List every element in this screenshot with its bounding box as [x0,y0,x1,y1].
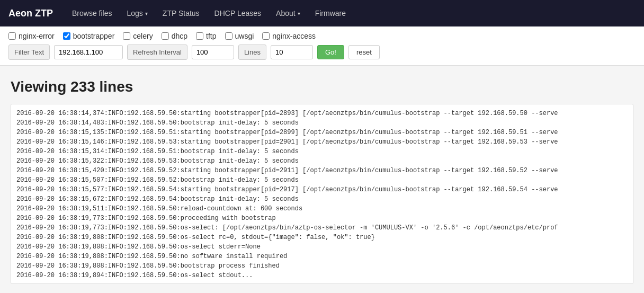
navbar: Aeon ZTP Browse files Logs ▾ ZTP Status … [0,0,644,26]
log-line: 2016-09-20 16:38:15,322:INFO:192.168.59.… [16,156,628,166]
navbar-brand: Aeon ZTP [8,8,53,19]
refresh-interval-input[interactable] [192,45,234,59]
checkbox-bootstrapper[interactable]: bootstrapper [63,32,115,40]
nav-dhcp-leases[interactable]: DHCP Leases [208,5,267,22]
log-line: 2016-09-20 16:38:19,808:INFO:192.168.59.… [16,242,628,252]
log-line: 2016-09-20 16:38:19,894:INFO:192.168.59.… [16,271,628,280]
log-line: 2016-09-20 16:38:15,672:INFO:192.168.59.… [16,194,628,204]
nginx-access-checkbox[interactable] [262,32,270,40]
bootstrapper-checkbox[interactable] [63,32,70,40]
log-line: 2016-09-20 16:38:19,773:INFO:192.168.59.… [16,223,628,233]
log-line: 2016-09-20 16:38:19,773:INFO:192.168.59.… [16,214,628,223]
log-line: 2016-09-20 16:38:14,483:INFO:192.168.59.… [16,118,628,128]
refresh-interval-label: Refresh Interval [127,45,187,60]
checkbox-row: nginx-error bootstrapper celery dhcp tft… [8,32,636,40]
filter-bar: nginx-error bootstrapper celery dhcp tft… [0,26,644,66]
nav-logs[interactable]: Logs ▾ [120,5,154,22]
log-line: 2016-09-20 16:38:19,511:INFO:192.168.59.… [16,204,628,214]
checkbox-celery[interactable]: celery [123,32,153,40]
uwsgi-label[interactable]: uwsgi [235,32,254,40]
log-line: 2016-09-20 16:38:19,808:INFO:192.168.59.… [16,252,628,261]
log-container[interactable]: 2016-09-20 16:38:14,374:INFO:192.168.59.… [11,104,633,284]
lines-label: Lines [238,45,266,60]
celery-label[interactable]: celery [133,32,153,40]
checkbox-tftp[interactable]: tftp [196,32,216,40]
dhcp-checkbox[interactable] [162,32,169,40]
nav-firmware[interactable]: Firmware [309,5,352,22]
go-button[interactable]: Go! [317,45,344,59]
log-line: 2016-09-20 16:38:15,507:INFO:192.168.59.… [16,175,628,185]
input-row: Filter Text Refresh Interval Lines Go! r… [8,45,636,60]
checkbox-nginx-error[interactable]: nginx-error [8,32,55,40]
checkbox-dhcp[interactable]: dhcp [162,32,187,40]
log-line: 2016-09-20 16:38:15,135:INFO:192.168.59.… [16,128,628,137]
nav-browse-files[interactable]: Browse files [66,5,118,22]
dhcp-label[interactable]: dhcp [172,32,187,40]
tftp-label[interactable]: tftp [206,32,216,40]
log-line: 2016-09-20 16:38:15,577:INFO:192.168.59.… [16,185,628,194]
uwsgi-checkbox[interactable] [225,32,232,40]
nginx-error-checkbox[interactable] [8,32,16,40]
lines-input[interactable] [271,45,313,59]
filter-text-label: Filter Text [8,45,50,60]
reset-button[interactable]: reset [348,45,380,59]
log-line: 2016-09-20 16:38:15,314:INFO:192.168.59.… [16,147,628,156]
nginx-access-label[interactable]: nginx-access [272,32,316,40]
nav-about[interactable]: About ▾ [270,5,307,22]
nginx-error-label[interactable]: nginx-error [19,32,55,40]
log-line: 2016-09-20 16:38:15,420:INFO:192.168.59.… [16,166,628,175]
bootstrapper-label[interactable]: bootstrapper [73,32,115,40]
logs-caret-icon: ▾ [145,11,148,16]
nav-links: Browse files Logs ▾ ZTP Status DHCP Leas… [66,5,352,22]
checkbox-nginx-access[interactable]: nginx-access [262,32,316,40]
tftp-checkbox[interactable] [196,32,203,40]
main-content: Viewing 233 lines 2016-09-20 16:38:14,37… [0,66,644,293]
log-line: 2016-09-20 16:38:14,374:INFO:192.168.59.… [16,109,628,118]
view-title: Viewing 233 lines [11,78,633,95]
celery-checkbox[interactable] [123,32,130,40]
nav-ztp-status[interactable]: ZTP Status [156,5,206,22]
log-line: 2016-09-20 16:38:15,146:INFO:192.168.59.… [16,137,628,147]
checkbox-uwsgi[interactable]: uwsgi [225,32,254,40]
about-caret-icon: ▾ [298,11,300,16]
log-line: 2016-09-20 16:38:19,808:INFO:192.168.59.… [16,233,628,242]
log-line: 2016-09-20 16:38:19,808:INFO:192.168.59.… [16,261,628,271]
filter-text-input[interactable] [54,45,123,59]
